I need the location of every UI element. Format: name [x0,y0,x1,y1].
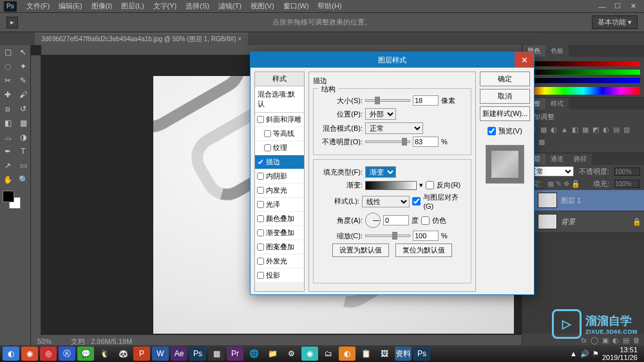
menu-image[interactable]: 图像(I) [87,0,117,12]
style-item-8[interactable]: 渐变叠加 [255,226,304,240]
layer-row-bg[interactable]: 👁 背景 🔒 [522,211,644,233]
task-icon[interactable]: 🐼 [115,347,131,361]
task-icon[interactable]: ▦ [208,347,225,361]
styles-head[interactable]: 样式 [255,72,304,86]
menu-view[interactable]: 视图(V) [246,0,279,12]
start-icon[interactable]: ◐ [3,347,19,361]
qq-icon[interactable]: 🐧 [96,347,113,361]
adj-icon[interactable]: ▥ [623,126,630,134]
style-item-10[interactable]: 外发光 [255,254,304,269]
shape-tool-icon[interactable]: ▭ [15,158,31,173]
dialog-title[interactable]: 图层样式 ✕ [251,52,534,68]
document-tab[interactable]: 3d69b627ef547f8a6d2c3eb494aa4a1b.jpg @ 5… [35,33,248,45]
word-icon[interactable]: W [152,347,169,361]
move-tool-indicator[interactable]: ▸ [6,17,18,28]
tab-styles[interactable]: 样式 [545,98,569,110]
tray-icon[interactable]: ⚑ [592,350,599,358]
history-brush-icon[interactable]: ↺ [15,102,31,116]
menu-layer[interactable]: 图层(L) [117,0,148,12]
filltype-select[interactable]: 渐变 [365,166,396,178]
ps-task-icon[interactable]: Ps [413,347,430,361]
wechat-icon[interactable]: 💬 [77,347,94,361]
scale-slider[interactable] [365,234,410,237]
move-tool-icon[interactable]: ↖ [15,45,31,59]
type-tool-icon[interactable]: T [15,144,31,158]
style-item-1[interactable]: 等高线 [255,127,304,141]
task-icon[interactable]: ⚙ [283,347,299,361]
task-icon[interactable]: Ⓚ [59,347,75,361]
adj-icon[interactable]: ◐ [551,126,557,134]
crop-tool-icon[interactable]: ✂ [0,73,15,88]
task-icon[interactable]: 📁 [264,347,281,361]
task-icon[interactable]: ◉ [301,347,318,361]
tab-paths[interactable]: 路径 [569,153,592,165]
angle-dial[interactable] [365,213,381,228]
pr-icon[interactable]: Pr [227,347,243,361]
path-tool-icon[interactable]: ↗ [0,158,15,173]
marquee-tool-icon[interactable]: ▢ [0,45,15,59]
clock[interactable]: 13:51 2019/11/26 [602,346,638,361]
color-swatch[interactable] [3,191,21,209]
style-item-0[interactable]: 斜面和浮雕 [255,113,304,127]
opacity-slider[interactable] [365,140,410,143]
style-checkbox[interactable] [257,229,264,236]
tray-icon[interactable]: 🔊 [580,350,589,358]
new-style-button[interactable]: 新建样式(W)... [480,106,530,121]
style-checkbox[interactable] [257,258,264,265]
stamp-tool-icon[interactable]: ⧇ [0,102,15,116]
menu-type[interactable]: 文字(Y) [149,0,182,12]
eyedropper-tool-icon[interactable]: ✎ [15,73,31,88]
scale-input[interactable] [413,231,439,241]
r-slider[interactable] [534,61,640,66]
task-icon[interactable]: 资料 [395,347,412,361]
style-checkbox[interactable] [257,187,264,194]
preview-checkbox[interactable] [488,127,496,135]
style-item-4[interactable]: 内阴影 [255,169,304,184]
style-checkbox[interactable] [257,158,264,166]
style-checkbox[interactable] [257,173,264,180]
layer-row-1[interactable]: 👁 图层 1 [522,190,644,211]
task-icon[interactable]: 🌐 [245,347,262,361]
tray-icon[interactable]: ▲ [570,350,577,357]
align-checkbox[interactable] [412,197,421,205]
adj-icon[interactable]: ▦ [582,126,589,134]
fill-input[interactable] [614,180,640,188]
style-checkbox[interactable] [257,272,264,279]
blend-defaults[interactable]: 混合选项:默认 [255,86,304,113]
blur-tool-icon[interactable]: ⌓ [0,130,15,144]
gradient-tool-icon[interactable]: ▦ [15,116,31,130]
adj-icon[interactable]: ◩ [592,126,599,134]
lasso-tool-icon[interactable]: ◌ [0,59,15,73]
style-item-7[interactable]: 颜色叠加 [255,212,304,226]
menu-filter[interactable]: 滤镜(T) [214,0,246,12]
gradstyle-select[interactable]: 线性 [362,196,410,207]
menu-select[interactable]: 选择(S) [181,0,214,12]
task-icon[interactable]: 🖼 [376,347,393,361]
style-checkbox[interactable] [264,144,271,151]
menu-window[interactable]: 窗口(W) [279,0,314,12]
b-slider[interactable] [533,78,640,83]
menu-file[interactable]: 文件(F) [22,0,54,12]
style-item-3[interactable]: 描边 [255,155,304,169]
workspace-picker[interactable]: 基本功能 ▾ [592,15,638,29]
gradient-dropdown-icon[interactable]: ▾ [419,181,423,189]
adj-icon[interactable]: ▦ [540,126,547,134]
cancel-button[interactable]: 取消 [480,89,530,104]
minimize-icon[interactable]: — [595,2,609,11]
wand-tool-icon[interactable]: ✦ [15,59,31,73]
tab-swatches[interactable]: 色板 [545,45,569,57]
opacity-input[interactable] [413,137,439,147]
set-default-button[interactable]: 设置为默认值 [332,243,389,257]
brush-tool-icon[interactable]: 🖌 [15,88,31,102]
reset-default-button[interactable]: 复位为默认值 [395,243,452,257]
style-item-2[interactable]: 纹理 [255,141,304,155]
fg-color-swatch[interactable] [3,191,14,202]
task-icon[interactable]: ◉ [21,347,38,361]
color-ramp[interactable] [526,87,640,95]
position-select[interactable]: 外部 [365,108,396,120]
menu-help[interactable]: 帮助(H) [313,0,346,12]
adj-icon[interactable]: ▲ [561,126,568,134]
angle-input[interactable] [383,215,409,225]
size-slider[interactable] [365,99,410,102]
task-icon[interactable]: ◐ [339,347,355,361]
